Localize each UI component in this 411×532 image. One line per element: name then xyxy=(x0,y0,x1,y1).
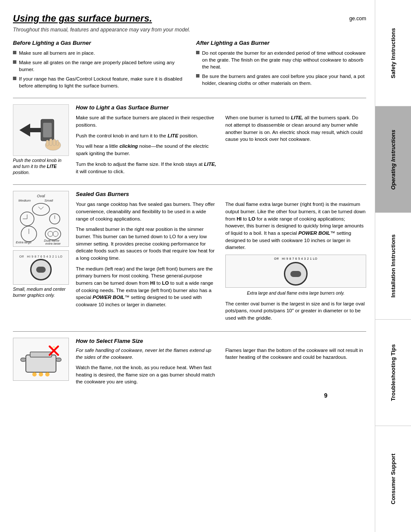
svg-text:Oval: Oval xyxy=(37,194,46,198)
svg-line-14 xyxy=(41,207,44,209)
svg-rect-31 xyxy=(56,358,61,361)
right-knob-diagram: Off HI 9 8 7 6 5 4 3 2 1 LO xyxy=(225,255,366,288)
svg-point-23 xyxy=(48,231,53,236)
svg-rect-1 xyxy=(30,128,41,132)
burner-diagram: Oval Medium Small xyxy=(13,191,69,247)
before-bullet-1: Make sure all burners are in place. xyxy=(13,50,183,56)
divider-2 xyxy=(13,184,366,185)
svg-rect-5 xyxy=(46,140,49,146)
divider-3 xyxy=(13,331,366,332)
bullet-icon xyxy=(13,77,16,80)
bullet-icon xyxy=(13,51,16,54)
after-bullet-1: Do not operate the burner for an extende… xyxy=(196,50,366,70)
flame-size-heading: How to Select Flame Size xyxy=(76,338,366,344)
how-to-text-col: How to Light a Gas Surface Burner Make s… xyxy=(76,104,366,178)
flame-image-col xyxy=(13,338,69,389)
knob-caption: Push the control knob in and turn it to … xyxy=(13,158,69,175)
svg-rect-7 xyxy=(53,139,56,146)
svg-line-13 xyxy=(38,207,41,209)
svg-rect-3 xyxy=(43,123,52,137)
svg-text:Medium: Medium xyxy=(19,199,31,202)
right-knob-inner xyxy=(290,271,301,277)
svg-text:Small: Small xyxy=(44,199,53,202)
svg-rect-30 xyxy=(21,358,26,361)
right-sidebar: Safety Instructions Operating Instructio… xyxy=(375,0,411,532)
svg-point-33 xyxy=(39,372,43,376)
sealed-right-col: The dual flame extra large burner (right… xyxy=(225,201,366,325)
svg-rect-6 xyxy=(50,139,52,146)
main-content: Using the gas surface burners. ge.com Th… xyxy=(0,0,375,408)
knob-visual xyxy=(30,259,52,280)
flame-right-col: Flames larger than the bottom of the coo… xyxy=(225,347,366,389)
right-knob-visual xyxy=(284,262,308,286)
bullet-icon xyxy=(13,60,16,64)
how-to-light-heading: How to Light a Gas Surface Burner xyxy=(76,104,366,111)
svg-rect-28 xyxy=(26,355,56,372)
bullet-icon xyxy=(196,51,199,54)
svg-rect-8 xyxy=(56,140,59,146)
after-lighting-col: After Lighting a Gas Burner Do not opera… xyxy=(196,40,366,92)
bullet-icon xyxy=(196,74,199,78)
before-bullet-3: If your range has the Gas/Control Lockou… xyxy=(13,75,183,89)
svg-point-34 xyxy=(45,372,50,376)
sealed-burners-section: Oval Medium Small xyxy=(13,191,366,325)
flame-svg xyxy=(17,340,65,379)
page-number: 9 xyxy=(324,392,327,399)
before-lighting-heading: Before Lighting a Gas Burner xyxy=(13,40,183,46)
after-bullet-2: Be sure the burners and grates are cool … xyxy=(196,73,366,87)
sidebar-troubleshooting-label: Troubleshooting Tips xyxy=(390,344,397,401)
how-to-right-col: When one burner is turned to LITE, all t… xyxy=(225,114,366,178)
sidebar-safety-label: Safety Instructions xyxy=(390,28,397,78)
sidebar-consumer[interactable]: Consumer Support xyxy=(375,426,411,532)
svg-text:Extra large: Extra large xyxy=(16,240,31,244)
sidebar-safety[interactable]: Safety Instructions xyxy=(375,0,411,106)
before-bullet-2: Make sure all grates on the range are pr… xyxy=(13,59,183,73)
sidebar-troubleshooting[interactable]: Troubleshooting Tips xyxy=(375,320,411,426)
how-to-columns: Make sure all the surface burners are pl… xyxy=(76,114,366,178)
sidebar-operating[interactable]: Operating Instructions xyxy=(375,106,411,213)
small-medium-caption: Small, medium and center burner graphics… xyxy=(13,286,69,298)
knob-inner xyxy=(36,267,46,273)
knob-scale: Off HI 9 8 7 6 5 4 3 2 1 LO xyxy=(19,255,62,258)
divider-1 xyxy=(13,98,366,98)
before-lighting-col: Before Lighting a Gas Burner Make sure a… xyxy=(13,40,183,92)
sidebar-operating-label: Operating Instructions xyxy=(390,130,397,190)
right-knob-caption: Extra large and dual flame extra large b… xyxy=(225,290,366,297)
flame-size-section: How to Select Flame Size For safe handli… xyxy=(13,338,366,389)
sidebar-installation-label: Installation Instructions xyxy=(390,234,397,298)
svg-point-24 xyxy=(53,231,58,236)
after-lighting-heading: After Lighting a Gas Burner xyxy=(196,40,366,46)
website-link: ge.com xyxy=(349,16,366,22)
flame-text-col: How to Select Flame Size For safe handli… xyxy=(76,338,366,389)
lighting-section: Before Lighting a Gas Burner Make sure a… xyxy=(13,40,366,92)
knob-diagram: Off HI 9 8 7 6 5 4 3 2 1 LO xyxy=(13,250,69,285)
svg-rect-29 xyxy=(30,352,52,357)
how-to-left-col: Make sure all the surface burners are pl… xyxy=(76,114,217,178)
svg-point-32 xyxy=(32,372,37,376)
subtitle: Throughout this manual, features and app… xyxy=(13,27,366,33)
knob-illustration xyxy=(13,104,69,156)
how-to-image-col: Push the control knob in and turn it to … xyxy=(13,104,69,178)
flame-illustration xyxy=(13,338,69,381)
svg-text:extra large: extra large xyxy=(45,242,60,245)
svg-marker-0 xyxy=(19,124,30,137)
burner-diagram-svg: Oval Medium Small xyxy=(15,193,67,245)
knob-svg xyxy=(15,106,67,154)
sealed-left-col: Your gas range cooktop has five sealed g… xyxy=(76,201,217,325)
page-title-text: Using the gas surface burners. xyxy=(13,13,152,24)
right-knob-scale: Off HI 9 8 7 6 5 4 3 2 1 LO xyxy=(274,257,317,261)
flame-left-col: For safe handling of cookware, never let… xyxy=(76,347,217,389)
flame-columns: For safe handling of cookware, never let… xyxy=(76,347,366,389)
sealed-columns: Your gas range cooktop has five sealed g… xyxy=(76,201,366,325)
sidebar-consumer-label: Consumer Support xyxy=(390,454,397,504)
page-title: Using the gas surface burners. ge.com xyxy=(13,13,366,24)
sidebar-installation[interactable]: Installation Instructions xyxy=(375,213,411,319)
sealed-burners-heading: Sealed Gas Burners xyxy=(76,191,366,197)
how-to-light-section: Push the control knob in and turn it to … xyxy=(13,104,366,178)
page-title-wrapper: Using the gas surface burners. ge.com Th… xyxy=(13,13,366,33)
sealed-text-col: Sealed Gas Burners Your gas range cookto… xyxy=(76,191,366,325)
sealed-image-col: Oval Medium Small xyxy=(13,191,69,325)
